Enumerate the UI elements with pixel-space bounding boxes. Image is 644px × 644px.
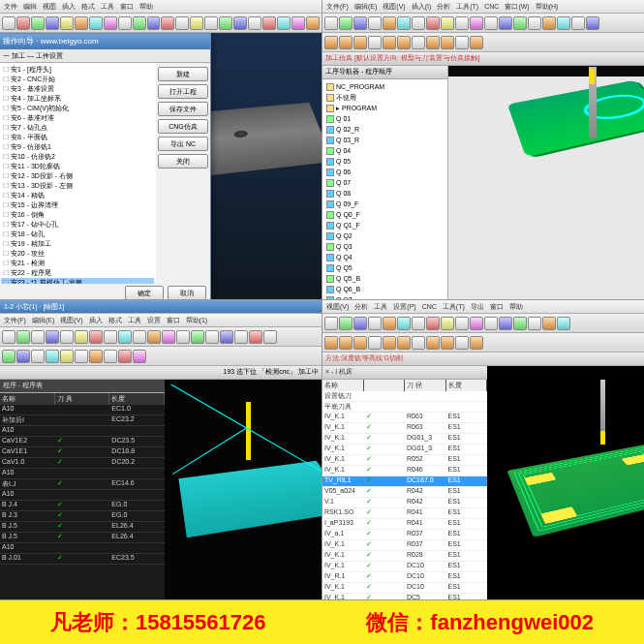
tree-item[interactable]: 安13 - 3D投影 - 左侧 bbox=[1, 181, 154, 191]
menu-item[interactable]: 窗口 bbox=[167, 316, 180, 325]
cancel-button[interactable]: 取消 bbox=[168, 286, 206, 299]
toolbar-br-2[interactable] bbox=[322, 333, 644, 353]
toolbar-bl-2[interactable] bbox=[0, 347, 322, 366]
calc-button[interactable]: CNG仿真 bbox=[158, 119, 208, 134]
export-button[interactable]: 导出 NC bbox=[158, 137, 208, 151]
menu-item[interactable]: 视图 bbox=[43, 2, 56, 12]
menubar-tl[interactable]: 文件编辑视图插入格式工具窗口帮助 bbox=[0, 0, 322, 14]
toolbar-tr-1[interactable] bbox=[322, 14, 644, 33]
menu-item[interactable]: 编辑 bbox=[23, 2, 37, 12]
menu-item[interactable]: 帮助(H) bbox=[536, 2, 559, 12]
menubar-br[interactable]: 视图(V)分析工具设置(P)CNC工具(T)导出窗口帮助 bbox=[322, 300, 644, 314]
menu-item[interactable]: 工具(T) bbox=[456, 2, 478, 12]
tree-item[interactable]: 安15 - 边界清理 bbox=[1, 200, 154, 210]
tree-node[interactable]: Q 01 bbox=[324, 113, 445, 124]
table-row[interactable]: A10EC1.0 bbox=[0, 405, 165, 415]
viewport-tl[interactable]: 操作向导 · www.beigyo.com 一 加工 — 工件设置 安1 - [… bbox=[0, 33, 322, 299]
tree-item[interactable]: 安9 - 仿形铣1 bbox=[1, 142, 154, 152]
menu-item[interactable]: 工具 bbox=[374, 302, 387, 312]
table-row[interactable]: 设置铣刀 bbox=[322, 391, 487, 402]
tree-node[interactable]: Q 06 bbox=[324, 167, 445, 177]
table-row[interactable]: A10 bbox=[0, 543, 165, 554]
tree-item[interactable]: 安18 - 钻孔 bbox=[1, 230, 154, 239]
menu-item[interactable]: 分析 bbox=[354, 302, 368, 312]
tree-item[interactable]: 安2 - CNC开始 bbox=[1, 75, 154, 84]
table-row[interactable]: IV_K.1✓DC10ES1 bbox=[322, 583, 487, 594]
table-row[interactable]: TV_RIL1✓DC187.0ES1 bbox=[322, 476, 487, 487]
save-button[interactable]: 保存文件 bbox=[158, 102, 208, 116]
menu-item[interactable]: 导出 bbox=[471, 302, 484, 312]
table-row[interactable]: B J.5✓EL26.4 bbox=[0, 522, 165, 533]
toolbar-tl[interactable] bbox=[0, 14, 322, 33]
tree-item[interactable]: 安8 - 平面铣 bbox=[1, 133, 154, 142]
table-row[interactable]: B J.5✓EL26.4 bbox=[0, 533, 165, 543]
tree-node[interactable]: Q Q6_B bbox=[324, 284, 445, 294]
toolbar-bl-1[interactable] bbox=[0, 327, 322, 347]
tree-node[interactable]: Q Q4 bbox=[324, 252, 445, 262]
tree-node[interactable]: 不使用 bbox=[324, 92, 445, 103]
tree-item[interactable]: 安1 - [程序头] bbox=[1, 65, 154, 75]
tree-node[interactable]: Q Q1_F bbox=[324, 220, 445, 230]
program-table-bl[interactable]: 程序 - 程序表 名称刀 具长度 A10EC1.0补加后IEC23.2A10Ca… bbox=[0, 380, 165, 599]
menu-item[interactable]: 文件 bbox=[4, 2, 17, 12]
menubar-tr[interactable]: 文件(F)编辑(E)视图(V)插入(I)分析工具(T)CNC窗口(W)帮助(H) bbox=[322, 0, 644, 14]
table-row[interactable]: IV_R.1✓DC10ES1 bbox=[322, 572, 487, 583]
menu-item[interactable]: 分析 bbox=[437, 2, 450, 12]
menu-item[interactable]: 窗口 bbox=[120, 2, 134, 12]
table-row[interactable]: B J.3✓EG.0 bbox=[0, 511, 165, 522]
menu-item[interactable]: 插入(I) bbox=[412, 2, 432, 12]
tree-item[interactable]: 安10 - 仿形铣2 bbox=[1, 152, 154, 162]
table-row[interactable]: IV_K.1✓R028ES1 bbox=[322, 551, 487, 562]
dialog-tab[interactable]: 一 加工 — 工件设置 bbox=[0, 49, 210, 63]
table-row[interactable]: I_aP3193✓R041ES1 bbox=[322, 519, 487, 530]
table-row[interactable]: IV_K.1✓DG01_3ES1 bbox=[322, 445, 487, 455]
tree-item[interactable]: 安5 - CIM(V)初始化 bbox=[1, 104, 154, 113]
tree-item[interactable]: 安7 - 钻孔点 bbox=[1, 123, 154, 133]
menu-item[interactable]: 插入 bbox=[62, 2, 76, 12]
menu-item[interactable]: 编辑(E) bbox=[32, 316, 54, 325]
menu-item[interactable]: 窗口 bbox=[490, 302, 504, 312]
tree-item[interactable]: 安3 - 基准设置 bbox=[1, 84, 154, 94]
tree-item[interactable]: 安4 - 加工坐标系 bbox=[1, 94, 154, 104]
table-row[interactable]: 补加后IEC23.2 bbox=[0, 415, 165, 426]
tree-node[interactable]: Q Q7 bbox=[324, 294, 445, 299]
menu-item[interactable]: 格式 bbox=[81, 2, 95, 12]
menu-item[interactable]: CNC bbox=[484, 3, 499, 10]
menu-item[interactable]: 工具(T) bbox=[443, 302, 465, 312]
menu-item[interactable]: 编辑(E) bbox=[354, 2, 377, 12]
menu-item[interactable]: 帮助(1) bbox=[186, 316, 208, 325]
viewport-tr[interactable] bbox=[448, 66, 644, 77]
table-row[interactable]: B J.01✓EC23.5 bbox=[0, 554, 165, 565]
menu-item[interactable]: 工具 bbox=[128, 316, 141, 325]
table-row[interactable]: RSK1.SO✓R041ES1 bbox=[322, 508, 487, 519]
menu-item[interactable]: 文件(F) bbox=[326, 2, 349, 12]
table-row[interactable]: 平底刀具 bbox=[322, 402, 487, 413]
table-row[interactable]: IV_K.1✓DC10ES1 bbox=[322, 562, 487, 572]
new-button[interactable]: 新建 bbox=[158, 67, 208, 81]
table-row[interactable]: CaV1E1✓DC18.8 bbox=[0, 447, 165, 458]
tree-node[interactable]: Q 05 bbox=[324, 156, 445, 167]
menu-item[interactable]: 插入 bbox=[89, 316, 103, 325]
tree-node[interactable]: Q Q2 bbox=[324, 230, 445, 241]
menu-item[interactable]: 工具 bbox=[101, 2, 114, 12]
table-row[interactable]: IV_K.1✓R046ES1 bbox=[322, 466, 487, 476]
table-row[interactable]: A10 bbox=[0, 426, 165, 437]
open-button[interactable]: 打开工程 bbox=[158, 84, 208, 99]
tree-item[interactable]: 安23 - *1 前模仿工-完整 bbox=[1, 278, 154, 284]
tree-item[interactable]: 安16 - 倒角 bbox=[1, 210, 154, 220]
table-row[interactable]: 表I.J✓EC14.6 bbox=[0, 479, 165, 490]
table-row[interactable]: CaV1E2✓DC23.5 bbox=[0, 437, 165, 447]
menu-item[interactable]: 窗口(W) bbox=[505, 2, 529, 12]
viewport-bl[interactable] bbox=[165, 380, 322, 599]
nav-tree-tr[interactable]: 工序导航器 - 程序顺序 NC_PROGRAM 不使用 ▸ PROGRAM Q … bbox=[322, 66, 448, 299]
tree-node[interactable]: ▸ PROGRAM bbox=[324, 103, 445, 113]
menu-item[interactable]: CNC bbox=[422, 303, 437, 310]
table-row[interactable]: A10 bbox=[0, 490, 165, 501]
table-row[interactable]: A10 bbox=[0, 469, 165, 479]
tree-item[interactable]: 安6 - 基准对准 bbox=[1, 113, 154, 123]
table-row[interactable]: B J.4✓EG.0 bbox=[0, 501, 165, 511]
table-row[interactable]: IV_K.1✓DC5ES1 bbox=[322, 594, 487, 599]
wizard-dialog[interactable]: 操作向导 · www.beigyo.com 一 加工 — 工件设置 安1 - [… bbox=[0, 33, 211, 299]
tree-item[interactable]: 安20 - 攻丝 bbox=[1, 249, 154, 259]
tree-node[interactable]: Q 08 bbox=[324, 188, 445, 199]
